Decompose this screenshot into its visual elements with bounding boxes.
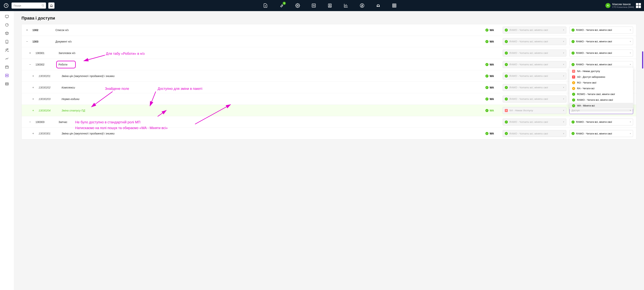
side-box-icon[interactable] [4, 31, 9, 36]
chevron-down-icon: ▾ [630, 63, 631, 66]
expand-toggle[interactable]: + [22, 28, 32, 32]
role-select-disabled: ✓RAWO - Читати всі, міняти свої▾ [503, 96, 566, 102]
chevron-down-icon: ▾ [563, 40, 564, 43]
na-icon: ✕ [572, 70, 575, 73]
building-button[interactable] [48, 2, 54, 9]
grid-icon[interactable] [392, 3, 397, 8]
svg-point-2 [297, 5, 298, 6]
side-list-icon[interactable] [4, 82, 9, 86]
chevron-down-icon: ▾ [563, 86, 564, 89]
check-icon: ✓ [505, 97, 508, 101]
access-dropdown: ✕NA - Немає доступу ✕AD - Доступ заборон… [570, 68, 633, 109]
row-wa: ✓WA [486, 97, 503, 101]
new-doc-icon[interactable] [263, 3, 268, 8]
row-code: 13030301 [38, 132, 62, 135]
role-select-disabled: ✓RAWO - Читати всі, міняти свої▾ [503, 130, 566, 137]
table-row: + 13030201 Зміна цін (закупочної і прода… [22, 70, 636, 82]
car-icon[interactable] [376, 3, 381, 8]
side-people-icon[interactable] [4, 48, 9, 52]
check-icon: ✓ [572, 28, 574, 32]
check-icon: ✓ [572, 98, 575, 101]
contact-icon[interactable] [327, 3, 332, 8]
collapse-toggle[interactable]: − [22, 120, 36, 124]
row-code: 13030204 [38, 109, 62, 112]
row-name: Запчас [58, 120, 486, 124]
permissions-table: + 1302 Список н/з ✓WA ✓RAWO - Читати всі… [22, 24, 636, 139]
wrench-badge: 3 [283, 2, 286, 5]
sliders-icon[interactable] [311, 3, 316, 8]
row-wa: ✓WA [486, 40, 503, 43]
row-code: 13030202 [38, 86, 62, 89]
svg-point-8 [379, 6, 379, 6]
check-icon: ✓ [505, 40, 508, 43]
row-code: 13030201 [38, 74, 62, 78]
settings-icon[interactable] [295, 3, 300, 8]
expand-toggle[interactable]: + [22, 74, 38, 78]
global-search [12, 2, 46, 9]
role-select[interactable]: ✓RAWO - Читати всі, міняти свої▾ [570, 27, 633, 33]
dropdown-option-wa[interactable]: ✓WA - Міняти всі [570, 103, 633, 109]
role-select[interactable]: ✓RAWO - Читати всі, міняти свої▾ [570, 50, 633, 56]
chart-icon[interactable] [343, 3, 349, 8]
page-title: Права і доступи [22, 16, 636, 21]
role-select[interactable]: ✓RAWO - Читати всі, міняти свої▾ [570, 130, 633, 137]
role-select[interactable]: ✓RAWO - Читати всі, міняти свої▾ [570, 38, 633, 45]
money-icon[interactable] [360, 3, 365, 8]
expand-toggle[interactable]: + [22, 97, 38, 101]
role-select-disabled: ✕NA - Немає доступу▾ [503, 107, 566, 114]
na-icon: ✕ [505, 109, 508, 112]
table-row: − 130302 Роботи ✓WA ✓RAWO - Читати всі, … [22, 59, 636, 70]
dropdown-option-rowo[interactable]: ✓ROWO - Читати свої, міняти свої [570, 91, 633, 97]
dropdown-option-ro[interactable]: RO - Читати свої [570, 80, 633, 86]
logo-icon[interactable] [3, 2, 9, 9]
chevron-down-icon: ▾ [563, 121, 564, 123]
wrench-icon[interactable]: 3 [279, 3, 284, 8]
expand-toggle[interactable]: + [22, 132, 38, 135]
row-wa: ✓WA [486, 28, 503, 32]
check-icon: ✓ [505, 51, 508, 55]
chevron-down-icon: ▾ [630, 52, 631, 54]
expand-toggle[interactable]: + [22, 86, 38, 89]
chevron-down-icon: ▾ [563, 132, 564, 135]
side-device-icon[interactable] [4, 39, 9, 44]
dropdown-option-rawo[interactable]: ✓RAWO - Читати всі, міняти свої [570, 97, 633, 103]
side-monitor-icon[interactable] [4, 14, 9, 19]
chevron-down-icon: ▾ [630, 121, 631, 123]
collapse-toggle[interactable]: − [22, 40, 32, 43]
chevron-down-icon: ▾ [630, 109, 631, 112]
scrollbar-indicator[interactable] [642, 51, 643, 69]
apps-icon[interactable] [636, 3, 641, 8]
side-dashboard-icon[interactable] [4, 22, 9, 27]
role-select-disabled: ✓RAWO - Читати всі, міняти свої▾ [503, 119, 566, 125]
user-block[interactable]: А Максим Іванов СТО Клекотина (9444) [606, 3, 641, 8]
role-select[interactable]: ✓RAWO - Читати всі, міняти свої▾ [570, 61, 633, 68]
dropdown-option-ra[interactable]: RA - Читати всі [570, 86, 633, 91]
check-icon: ✓ [572, 120, 574, 124]
table-row: + 13030301 Зміна цін (закупочної і прода… [22, 128, 636, 139]
search-input[interactable] [12, 2, 46, 9]
check-icon: ✓ [572, 51, 574, 55]
collapse-toggle[interactable]: − [22, 63, 36, 66]
dropdown-option-ad[interactable]: ✕AD - Доступ заборонено [570, 74, 633, 80]
table-row-highlighted: + 13030204 Зміна статусу ПД ✓WA ✕NA - Не… [22, 105, 636, 116]
table-row: + 13030203 Нормо-години ✓WA ✓RAWO - Чита… [22, 93, 636, 105]
row-name: Роботи [58, 63, 486, 66]
chevron-down-icon: ▾ [563, 29, 564, 31]
svg-rect-9 [392, 4, 396, 7]
user-org: СТО Клекотина (9444) [612, 6, 634, 8]
side-calendar-icon[interactable] [4, 65, 9, 69]
table-row: − 1303 Документ н/з ✓WA ✓RAWO - Читати в… [22, 36, 636, 47]
expand-toggle[interactable]: + [22, 109, 38, 112]
row-name: Зміна цін (закупочної і продажної) і зни… [62, 132, 486, 135]
role-select[interactable]: ✓RAWO - Читати всі, міняти свої▾ [570, 119, 633, 125]
check-icon: ✓ [486, 74, 488, 78]
side-trend-icon[interactable] [4, 56, 9, 61]
row-code: 130302 [36, 63, 58, 66]
expand-toggle[interactable]: + [22, 51, 36, 55]
check-icon: ✓ [486, 28, 488, 32]
dropdown-option-na[interactable]: ✕NA - Немає доступу [570, 68, 633, 74]
side-permissions-icon[interactable] [4, 73, 9, 78]
check-icon: ✓ [505, 28, 508, 32]
svg-rect-3 [312, 4, 316, 7]
table-row: + 13030202 Комплекси ✓WA ✓RAWO - Читати … [22, 82, 636, 93]
